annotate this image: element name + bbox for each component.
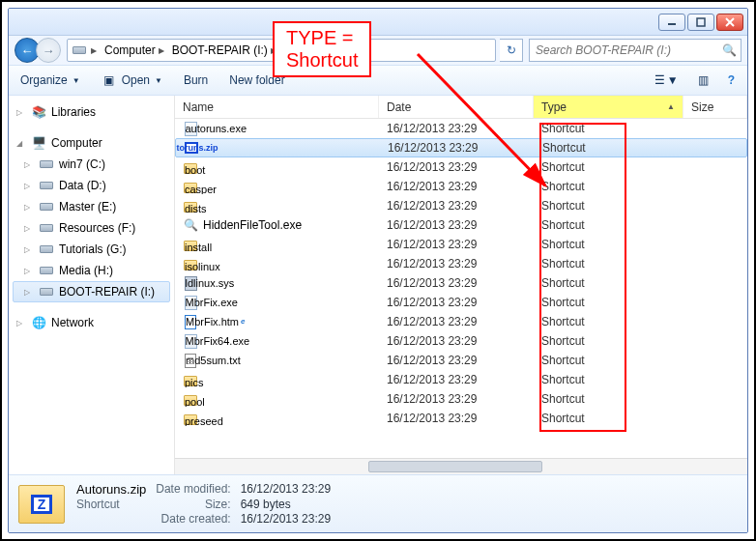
file-name-cell: md5sum.txt bbox=[175, 353, 379, 368]
file-date-cell: 16/12/2013 23:29 bbox=[379, 160, 534, 174]
breadcrumb-computer[interactable]: Computer▶ bbox=[101, 43, 168, 57]
file-name-cell: install bbox=[175, 237, 379, 252]
zip-icon: Autoruns.zip bbox=[184, 140, 199, 156]
burn-button[interactable]: Burn bbox=[180, 71, 212, 90]
file-row[interactable]: 🔍HiddenFileTool.exe16/12/2013 23:29Short… bbox=[175, 215, 747, 235]
details-created-label: Date created: bbox=[156, 512, 230, 526]
file-name-cell: 🔍HiddenFileTool.exe bbox=[175, 217, 379, 233]
file-date-cell: 16/12/2013 23:29 bbox=[380, 141, 535, 155]
drive-icon bbox=[39, 284, 54, 299]
column-type[interactable]: Type▲ bbox=[534, 96, 683, 118]
file-type-cell: Shortcut bbox=[534, 122, 683, 135]
exe-icon: autoruns.exe bbox=[183, 121, 198, 136]
file-row[interactable]: MbrFix.htm16/12/2013 23:29Shortcut bbox=[175, 312, 747, 331]
nav-forward-button[interactable]: → bbox=[36, 38, 61, 63]
file-name-cell: MbrFix64.exe bbox=[175, 333, 379, 349]
file-name-cell: pool bbox=[175, 391, 379, 407]
new-folder-button[interactable]: New folder bbox=[225, 71, 288, 90]
file-name-cell: MbrFix.htm bbox=[175, 314, 379, 329]
file-row[interactable]: autoruns.exe16/12/2013 23:29Shortcut bbox=[175, 119, 747, 138]
file-row[interactable]: pics16/12/2013 23:29Shortcut bbox=[175, 370, 747, 389]
file-row[interactable]: isolinux16/12/2013 23:29Shortcut bbox=[175, 254, 747, 273]
command-bar: Organize▼ ▣Open▼ Burn New folder ☰▼ ▥ ? bbox=[9, 65, 747, 96]
drive-icon bbox=[39, 263, 54, 278]
nav-computer[interactable]: ◢🖥️Computer bbox=[13, 132, 170, 154]
search-box[interactable]: 🔍 bbox=[529, 39, 741, 62]
libraries-icon: 📚 bbox=[31, 104, 46, 120]
nav-drive[interactable]: ▷Master (E:) bbox=[13, 196, 170, 217]
search-input[interactable] bbox=[534, 43, 722, 58]
minimize-button[interactable] bbox=[658, 14, 685, 31]
drive-icon bbox=[39, 157, 54, 172]
view-toggle[interactable]: ☰▼ bbox=[650, 71, 683, 90]
file-type-cell: Shortcut bbox=[534, 392, 683, 406]
nav-drive[interactable]: ▷Media (H:) bbox=[13, 260, 170, 281]
close-button[interactable] bbox=[716, 14, 743, 31]
file-row[interactable]: MbrFix64.exe16/12/2013 23:29Shortcut bbox=[175, 331, 747, 351]
file-row[interactable]: install16/12/2013 23:29Shortcut bbox=[175, 235, 747, 254]
column-date[interactable]: Date bbox=[379, 96, 534, 118]
file-type-cell: Shortcut bbox=[534, 160, 683, 174]
file-row[interactable]: MbrFix.exe16/12/2013 23:29Shortcut bbox=[175, 293, 747, 312]
nav-drive[interactable]: ▷Tutorials (G:) bbox=[13, 239, 170, 260]
file-name-cell: dists bbox=[175, 198, 379, 214]
horizontal-scrollbar[interactable] bbox=[175, 458, 747, 474]
explorer-window: ← → ▶ Computer▶ BOOT-REPAIR (I:)▶ ↻ 🔍 Or… bbox=[8, 8, 748, 533]
svg-rect-1 bbox=[697, 18, 705, 26]
folder-icon: casper bbox=[183, 179, 198, 194]
file-row[interactable]: ldlinux.sys16/12/2013 23:29Shortcut bbox=[175, 273, 747, 293]
details-kind: Shortcut bbox=[76, 498, 146, 511]
file-name-cell: MbrFix.exe bbox=[175, 295, 379, 310]
help-button[interactable]: ? bbox=[723, 71, 740, 90]
file-date-cell: 16/12/2013 23:29 bbox=[379, 180, 534, 193]
details-size-label: Size: bbox=[156, 498, 230, 511]
column-size[interactable]: Size bbox=[683, 96, 747, 118]
file-list[interactable]: autoruns.exe16/12/2013 23:29ShortcutAuto… bbox=[175, 119, 747, 458]
file-date-cell: 16/12/2013 23:29 bbox=[379, 218, 534, 232]
nav-libraries[interactable]: ▷📚Libraries bbox=[13, 101, 170, 123]
file-row[interactable]: md5sum.txt16/12/2013 23:29Shortcut bbox=[175, 351, 747, 370]
file-row[interactable]: pool16/12/2013 23:29Shortcut bbox=[175, 389, 747, 409]
breadcrumb-current[interactable]: BOOT-REPAIR (I:)▶ bbox=[168, 43, 280, 57]
file-date-cell: 16/12/2013 23:29 bbox=[379, 199, 534, 213]
nav-drive[interactable]: ▷win7 (C:) bbox=[13, 154, 170, 175]
preview-pane-button[interactable]: ▥ bbox=[693, 71, 713, 90]
file-date-cell: 16/12/2013 23:29 bbox=[379, 315, 534, 328]
details-filename: Autoruns.zip bbox=[76, 482, 146, 497]
help-icon: ? bbox=[728, 73, 735, 87]
file-date-cell: 16/12/2013 23:29 bbox=[379, 257, 534, 270]
file-row[interactable]: boot16/12/2013 23:29Shortcut bbox=[175, 157, 747, 177]
file-date-cell: 16/12/2013 23:29 bbox=[379, 296, 534, 309]
file-list-pane: Name Date Type▲ Size autoruns.exe16/12/2… bbox=[175, 96, 747, 474]
details-pane: Z Autoruns.zip Date modified: 16/12/2013… bbox=[9, 474, 747, 532]
nav-drive[interactable]: ▷Data (D:) bbox=[13, 175, 170, 196]
file-row[interactable]: casper16/12/2013 23:29Shortcut bbox=[175, 177, 747, 196]
search-icon: 🔍 bbox=[722, 43, 737, 57]
file-row[interactable]: Autoruns.zip16/12/2013 23:29Shortcut bbox=[175, 138, 747, 157]
titlebar bbox=[9, 9, 747, 36]
navigation-pane[interactable]: ▷📚Libraries ◢🖥️Computer ▷win7 (C:)▷Data … bbox=[9, 96, 175, 474]
network-icon: 🌐 bbox=[31, 315, 46, 330]
open-button[interactable]: ▣Open▼ bbox=[98, 70, 166, 91]
file-name-cell: ldlinux.sys bbox=[175, 275, 379, 291]
column-name[interactable]: Name bbox=[175, 96, 379, 118]
file-date-cell: 16/12/2013 23:29 bbox=[379, 373, 534, 386]
maximize-button[interactable] bbox=[687, 14, 714, 31]
file-type-cell: Shortcut bbox=[534, 238, 683, 251]
address-bar[interactable]: ▶ Computer▶ BOOT-REPAIR (I:)▶ bbox=[67, 39, 496, 62]
breadcrumb-sep-icon[interactable]: ▶ bbox=[87, 46, 101, 55]
nav-drive[interactable]: ▷Resources (F:) bbox=[13, 217, 170, 239]
folder-icon: pool bbox=[183, 391, 198, 407]
nav-network[interactable]: ▷🌐Network bbox=[13, 312, 170, 333]
drive-icon bbox=[39, 220, 54, 236]
details-created: 16/12/2013 23:29 bbox=[241, 512, 331, 526]
file-type-cell: Shortcut bbox=[534, 296, 683, 309]
folder-icon: isolinux bbox=[183, 256, 198, 271]
file-row[interactable]: preseed16/12/2013 23:29Shortcut bbox=[175, 409, 747, 428]
nav-drive[interactable]: ▷BOOT-REPAIR (I:) bbox=[13, 281, 170, 302]
file-name-cell: pics bbox=[175, 372, 379, 387]
organize-button[interactable]: Organize▼ bbox=[16, 71, 84, 90]
folder-icon: preseed bbox=[183, 411, 198, 426]
file-row[interactable]: dists16/12/2013 23:29Shortcut bbox=[175, 196, 747, 215]
refresh-button[interactable]: ↻ bbox=[500, 39, 523, 62]
